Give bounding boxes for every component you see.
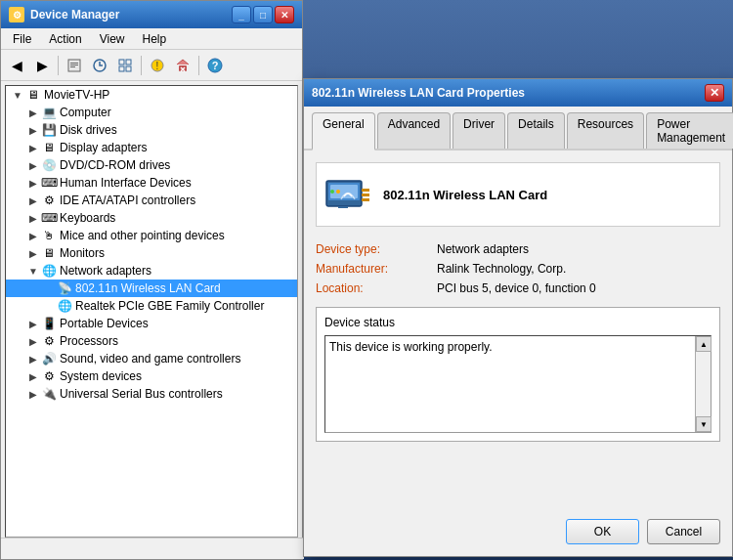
system-expander[interactable]: ▶ [25, 371, 41, 382]
scroll-up-button[interactable]: ▲ [696, 336, 711, 352]
tree-item-usb[interactable]: ▶ 🔌 Universal Serial Bus controllers [6, 385, 297, 403]
dialog-title: 802.11n Wireless LAN Card Properties [312, 86, 705, 100]
computer-label: Computer [60, 106, 293, 119]
tree-item-ide[interactable]: ▶ ⚙ IDE ATA/ATAPI controllers [6, 192, 297, 209]
tree-item-disk[interactable]: ▶ 💾 Disk drives [6, 121, 297, 139]
device-tree[interactable]: ▼ 🖥 MovieTV-HP ▶ 💻 Computer ▶ 💾 Disk dri… [5, 85, 298, 538]
manufacturer-label: Manufacturer: [316, 262, 433, 276]
root-expander[interactable]: ▼ [10, 90, 25, 101]
portable-icon: 📱 [41, 316, 57, 331]
monitors-label: Monitors [60, 246, 293, 260]
ide-expander[interactable]: ▶ [25, 195, 41, 206]
tree-item-processors[interactable]: ▶ ⚙ Processors [6, 332, 297, 350]
disk-expander[interactable]: ▶ [25, 125, 41, 136]
monitors-expander[interactable]: ▶ [25, 248, 41, 259]
mice-expander[interactable]: ▶ [25, 231, 41, 241]
close-button[interactable]: ✕ [275, 6, 294, 23]
back-button[interactable]: ◀ [5, 54, 28, 77]
manufacturer-value: Ralink Technology, Corp. [437, 262, 720, 276]
tree-item-realtek[interactable]: 🌐 Realtek PCIe GBE Family Controller [6, 297, 297, 315]
tree-item-display[interactable]: ▶ 🖥 Display adapters [6, 139, 297, 156]
forward-button[interactable]: ▶ [30, 54, 54, 77]
hid-expander[interactable]: ▶ [25, 178, 41, 189]
tab-resources[interactable]: Resources [567, 112, 644, 149]
portable-expander[interactable]: ▶ [25, 319, 41, 329]
wlan-label: 802.11n Wireless LAN Card [75, 281, 293, 295]
cancel-button[interactable]: Cancel [647, 519, 720, 544]
network-expander[interactable]: ▼ [25, 266, 41, 277]
system-icon: ⚙ [41, 368, 57, 384]
tab-power-management[interactable]: Power Management [646, 112, 733, 149]
menu-file[interactable]: File [5, 30, 39, 48]
processors-expander[interactable]: ▶ [25, 336, 41, 347]
scan-button[interactable] [113, 54, 137, 77]
dialog-body: 802.11n Wireless LAN Card Device type: N… [304, 151, 732, 453]
menu-view[interactable]: View [92, 30, 133, 48]
dvd-expander[interactable]: ▶ [25, 160, 41, 171]
keyboards-expander[interactable]: ▶ [25, 213, 41, 224]
tree-item-network[interactable]: ▼ 🌐 Network adapters [6, 262, 297, 280]
svg-text:?: ? [212, 60, 219, 71]
realtek-expander [41, 301, 57, 312]
tree-item-wlan[interactable]: 📡 802.11n Wireless LAN Card [6, 280, 297, 297]
main-window: ⚙ Device Manager _ □ ✕ File Action View … [0, 0, 303, 560]
display-label: Display adapters [60, 141, 293, 154]
tab-driver[interactable]: Driver [453, 112, 505, 149]
svg-rect-21 [362, 194, 369, 196]
device-display-name: 802.11n Wireless LAN Card [383, 188, 547, 202]
help-button[interactable]: ? [203, 54, 227, 77]
toolbar-sep-1 [58, 56, 59, 75]
toolbar-sep-3 [198, 56, 199, 75]
device-header: 802.11n Wireless LAN Card [316, 162, 720, 227]
keyboards-label: Keyboards [60, 211, 293, 225]
properties-button[interactable] [63, 54, 86, 77]
main-title-bar: ⚙ Device Manager _ □ ✕ [1, 1, 302, 28]
mice-label: Mice and other pointing devices [60, 229, 293, 242]
ok-button[interactable]: OK [566, 519, 639, 544]
menu-help[interactable]: Help [135, 30, 175, 48]
tab-general[interactable]: General [312, 112, 375, 151]
tree-item-root[interactable]: ▼ 🖥 MovieTV-HP [6, 86, 297, 104]
disk-label: Disk drives [60, 123, 293, 137]
device-status-text: This device is working properly. [329, 340, 493, 354]
system-label: System devices [60, 369, 293, 383]
tree-item-dvd[interactable]: ▶ 💿 DVD/CD-ROM drives [6, 156, 297, 174]
tab-strip: General Advanced Driver Details Resource… [304, 107, 732, 151]
svg-rect-22 [362, 198, 369, 201]
usb-icon: 🔌 [41, 386, 57, 402]
mice-icon: 🖱 [41, 228, 57, 243]
maximize-button[interactable]: □ [253, 6, 273, 23]
dialog-footer: OK Cancel [566, 519, 720, 544]
properties-dialog: 802.11n Wireless LAN Card Properties ✕ G… [303, 78, 733, 557]
computer-expander[interactable]: ▶ [25, 108, 41, 118]
status-scrollbar[interactable]: ▲ ▼ [695, 336, 711, 432]
disable-button[interactable]: ! [146, 54, 169, 77]
menu-bar: File Action View Help [1, 28, 302, 50]
tab-details[interactable]: Details [507, 112, 565, 149]
tree-item-system[interactable]: ▶ ⚙ System devices [6, 367, 297, 385]
svg-rect-7 [119, 66, 124, 71]
properties-grid: Device type: Network adapters Manufactur… [316, 242, 720, 295]
tree-item-mice[interactable]: ▶ 🖱 Mice and other pointing devices [6, 227, 297, 244]
tree-item-hid[interactable]: ▶ ⌨ Human Interface Devices [6, 174, 297, 192]
tree-item-sound[interactable]: ▶ 🔊 Sound, video and game controllers [6, 350, 297, 367]
scroll-down-button[interactable]: ▼ [696, 416, 711, 432]
sound-expander[interactable]: ▶ [25, 354, 41, 365]
display-icon: 🖥 [41, 140, 57, 155]
tree-item-monitors[interactable]: ▶ 🖥 Monitors [6, 244, 297, 262]
svg-rect-8 [126, 66, 131, 71]
menu-action[interactable]: Action [41, 30, 89, 48]
location-label: Location: [316, 281, 433, 295]
minimize-button[interactable]: _ [232, 6, 251, 23]
tab-advanced[interactable]: Advanced [377, 112, 451, 149]
ide-icon: ⚙ [41, 193, 57, 208]
display-expander[interactable]: ▶ [25, 143, 41, 153]
tree-item-keyboards[interactable]: ▶ ⌨ Keyboards [6, 209, 297, 227]
uninstall-button[interactable] [171, 54, 194, 77]
update-driver-button[interactable] [88, 54, 111, 77]
dialog-close-button[interactable]: ✕ [705, 84, 724, 102]
dvd-label: DVD/CD-ROM drives [60, 158, 293, 172]
usb-expander[interactable]: ▶ [25, 389, 41, 400]
tree-item-portable[interactable]: ▶ 📱 Portable Devices [6, 315, 297, 332]
tree-item-computer[interactable]: ▶ 💻 Computer [6, 104, 297, 121]
